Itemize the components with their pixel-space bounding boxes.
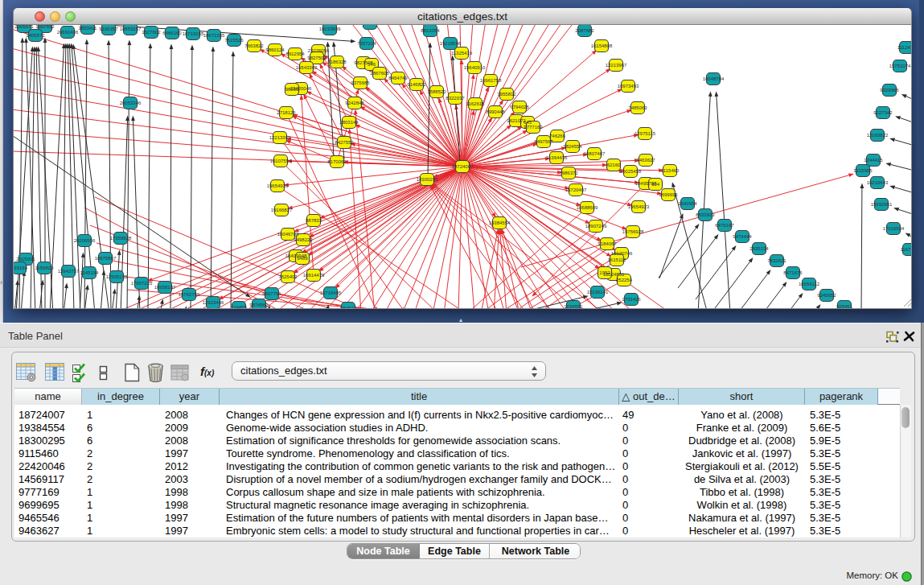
svg-text:21364436: 21364436: [546, 155, 568, 160]
svg-text:8186328: 8186328: [327, 60, 347, 64]
svg-text:7357224: 7357224: [357, 41, 376, 46]
svg-text:12923446: 12923446: [203, 300, 224, 305]
svg-text:2718126: 2718126: [277, 110, 296, 115]
svg-text:19384554: 19384554: [489, 220, 511, 225]
svg-text:17016504: 17016504: [883, 226, 905, 231]
svg-text:9874562: 9874562: [249, 303, 269, 307]
svg-text:1527602: 1527602: [142, 30, 161, 35]
svg-text:10807487: 10807487: [584, 151, 606, 156]
svg-text:19654933: 19654933: [267, 183, 289, 188]
svg-text:16961758: 16961758: [480, 78, 502, 83]
svg-text:546: 546: [368, 62, 376, 67]
svg-text:15716485: 15716485: [320, 290, 342, 295]
svg-text:1640954: 1640954: [678, 201, 697, 206]
svg-text:12213967: 12213967: [606, 63, 627, 68]
svg-text:8933923: 8933923: [696, 212, 715, 217]
svg-text:6497568: 6497568: [534, 139, 553, 144]
svg-text:16033809: 16033809: [319, 27, 341, 31]
svg-text:10975867: 10975867: [95, 256, 117, 261]
svg-text:2867608: 2867608: [370, 71, 389, 76]
svg-text:7625402: 7625402: [278, 274, 298, 279]
svg-text:3215955: 3215955: [853, 168, 873, 173]
svg-text:10025458: 10025458: [620, 169, 642, 174]
svg-text:17359928: 17359928: [110, 236, 132, 241]
svg-text:10688609: 10688609: [577, 205, 598, 210]
svg-text:8322037: 8322037: [446, 96, 465, 101]
svg-text:12975115: 12975115: [634, 131, 656, 136]
svg-text:12093822: 12093822: [867, 133, 889, 138]
svg-text:1733426: 1733426: [622, 297, 641, 302]
svg-text:9375685: 9375685: [351, 80, 370, 85]
svg-text:15640910: 15640910: [464, 65, 486, 70]
svg-text:1588520: 1588520: [427, 89, 446, 94]
svg-text:604: 604: [651, 182, 660, 187]
svg-text:19218596: 19218596: [440, 41, 462, 46]
svg-text:9699695: 9699695: [659, 192, 678, 197]
svg-text:10958107: 10958107: [154, 285, 176, 290]
svg-text:9146821: 9146821: [407, 82, 426, 87]
svg-text:8454749: 8454749: [388, 76, 408, 80]
svg-text:7515526: 7515526: [224, 38, 244, 43]
svg-text:15692951: 15692951: [871, 202, 893, 207]
svg-text:16762759: 16762759: [179, 292, 200, 297]
svg-text:12213369: 12213369: [269, 135, 291, 140]
svg-text:18907249: 18907249: [585, 224, 607, 229]
svg-text:1615112: 1615112: [608, 257, 627, 262]
svg-text:15720407: 15720407: [565, 187, 587, 192]
svg-text:984411: 984411: [362, 25, 378, 26]
svg-text:2087682: 2087682: [575, 28, 594, 33]
svg-text:9184067: 9184067: [598, 241, 617, 246]
svg-text:16914479: 16914479: [303, 273, 325, 278]
svg-text:9489: 9489: [297, 256, 308, 261]
svg-text:1156829: 1156829: [35, 266, 55, 270]
svg-text:2315001: 2315001: [16, 257, 35, 262]
svg-text:2935134: 2935134: [749, 246, 769, 251]
svg-text:16210643: 16210643: [867, 180, 889, 185]
svg-text:10120746: 10120746: [611, 251, 633, 256]
svg-text:98960: 98960: [285, 87, 299, 92]
svg-text:19756928: 19756928: [622, 229, 644, 234]
svg-text:9115460: 9115460: [661, 168, 680, 173]
svg-text:746266: 746266: [549, 134, 566, 138]
svg-text:19166827: 19166827: [271, 208, 293, 212]
svg-text:18724007: 18724007: [452, 164, 474, 169]
svg-text:10671355: 10671355: [203, 33, 225, 38]
svg-text:1853411: 1853411: [79, 26, 98, 31]
svg-text:12942757: 12942757: [58, 269, 80, 274]
svg-text:23226056: 23226056: [308, 48, 330, 53]
svg-text:10654112: 10654112: [799, 282, 820, 286]
svg-text:1162615: 1162615: [466, 101, 486, 106]
svg-text:1405572: 1405572: [26, 33, 45, 38]
svg-text:1145194: 1145194: [80, 270, 100, 275]
svg-text:9227342: 9227342: [873, 110, 893, 115]
svg-text:10973493: 10973493: [618, 84, 639, 89]
svg-text:10046788: 10046788: [277, 232, 299, 237]
svg-text:9474444: 9474444: [733, 234, 752, 239]
svg-text:8990448: 8990448: [486, 109, 505, 114]
svg-text:7986372: 7986372: [559, 171, 578, 175]
svg-text:6466160: 6466160: [162, 31, 182, 35]
svg-text:8813054: 8813054: [421, 28, 440, 33]
svg-text:9329966: 9329966: [880, 88, 899, 93]
svg-text:925451: 925451: [836, 304, 853, 308]
svg-text:6479197: 6479197: [715, 223, 734, 228]
svg-text:16648784: 16648784: [703, 76, 725, 81]
svg-text:9860124: 9860124: [265, 47, 285, 52]
svg-text:1244415: 1244415: [864, 158, 883, 163]
svg-text:9777169: 9777169: [524, 125, 543, 130]
svg-text:9827500: 9827500: [307, 56, 326, 60]
svg-text:1112471: 1112471: [897, 45, 911, 50]
svg-text:10853257: 10853257: [120, 27, 142, 31]
svg-text:8170063: 8170063: [327, 159, 347, 164]
svg-text:12505135: 12505135: [106, 274, 128, 279]
svg-text:984521: 984521: [340, 306, 357, 308]
svg-text:20053346: 20053346: [120, 101, 142, 105]
svg-text:15751074: 15751074: [889, 64, 911, 68]
svg-text:252254: 252254: [616, 278, 633, 282]
svg-text:2803144: 2803144: [339, 120, 359, 125]
svg-text:7485063: 7485063: [628, 105, 647, 110]
svg-text:887833: 887833: [306, 218, 322, 223]
svg-text:9463627: 9463627: [636, 158, 655, 163]
svg-text:9106357: 9106357: [99, 27, 118, 31]
svg-text:17957225: 17957225: [131, 281, 153, 286]
